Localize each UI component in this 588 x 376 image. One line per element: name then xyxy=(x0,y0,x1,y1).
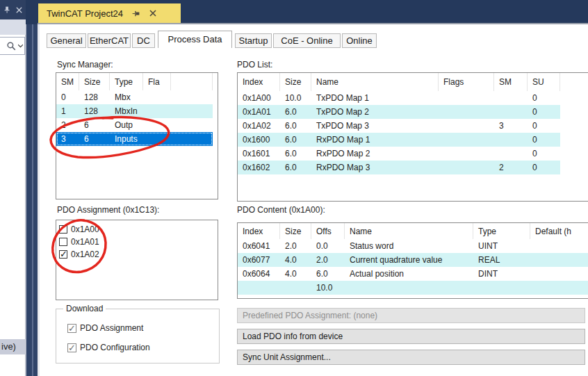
column-header-filler xyxy=(560,73,588,91)
column-header-flags[interactable]: Flags xyxy=(439,73,494,91)
load-pdo-info-button[interactable]: Load PDO info from device xyxy=(237,329,585,344)
tab-coe-online[interactable]: CoE - Online xyxy=(273,33,341,48)
pdo-content-header: Index Size Offs Name Type Default (h xyxy=(238,223,588,239)
column-header-offs[interactable]: Offs xyxy=(311,223,345,239)
pdo-list-label: PDO List: xyxy=(237,60,272,70)
column-header-sm[interactable]: SM xyxy=(494,73,528,91)
table-row[interactable]: 1 128 MbxIn xyxy=(56,104,213,118)
cell-sm: 3 xyxy=(494,121,528,131)
tab-general[interactable]: General xyxy=(47,33,86,48)
checkbox-0x1a01[interactable] xyxy=(59,238,67,246)
pin-icon[interactable] xyxy=(131,9,140,18)
column-header-sm[interactable]: SM xyxy=(56,73,79,90)
cell-index: 0x6041 xyxy=(238,241,280,251)
cell-su: 0 xyxy=(528,107,560,117)
checkbox-label: 0x1A00 xyxy=(71,224,99,234)
pdo-content-label: PDO Content (0x1A00): xyxy=(237,205,325,215)
column-header-name[interactable]: Name xyxy=(345,223,473,239)
table-row[interactable]: 0x1A02 6.0 TxPDO Map 3 3 0 xyxy=(238,119,560,133)
cell-size: 6 xyxy=(79,120,110,130)
table-row[interactable]: 0x6064 4.0 6.0 Actual position DINT xyxy=(238,267,588,281)
checkbox-0x1a00[interactable] xyxy=(59,225,67,234)
close-icon[interactable] xyxy=(149,9,157,17)
tab-startup[interactable]: Startup xyxy=(235,33,272,48)
column-header-size[interactable]: Size xyxy=(280,73,311,91)
tree-item-selected[interactable]: ive) xyxy=(0,339,26,354)
column-header-default[interactable]: Default (h xyxy=(530,223,588,239)
pdo-assignment-listbox: 0x1A00 0x1A01 0x1A02 xyxy=(56,220,218,300)
cell-size: 128 xyxy=(79,106,110,116)
cell-index: 0x1601 xyxy=(238,149,280,158)
cell-type: MbxIn xyxy=(110,106,143,116)
table-row[interactable]: 0x1A00 10.0 TxPDO Map 1 0 xyxy=(238,91,560,105)
cell-offs: 2.0 xyxy=(311,255,345,265)
tab-process-data[interactable]: Process Data xyxy=(158,31,232,48)
cell-type: Inputs xyxy=(110,134,143,144)
pdo-list-table: Index Size Name Flags SM SU 0x1A00 10.0 … xyxy=(237,72,588,202)
tab-ethercat[interactable]: EtherCAT xyxy=(88,33,131,48)
cell-size: 4.0 xyxy=(280,269,311,279)
checkbox-0x1a02[interactable] xyxy=(59,250,67,259)
table-row[interactable]: 0x6077 4.0 2.0 Current quadrature value … xyxy=(238,253,588,267)
sync-manager-table: SM Size Type Fla 0 128 Mbx 1 128 MbxIn 2… xyxy=(56,72,218,199)
download-item[interactable]: PDO Configuration xyxy=(67,341,150,354)
close-icon[interactable] xyxy=(15,6,23,14)
pdo-assignment-item[interactable]: 0x1A00 xyxy=(56,223,218,236)
table-row[interactable]: 2 6 Outp xyxy=(56,118,213,132)
download-item[interactable]: PDO Assignment xyxy=(67,322,143,334)
download-group-label: Download xyxy=(63,304,106,313)
column-header-index[interactable]: Index xyxy=(238,223,280,239)
column-header-name[interactable]: Name xyxy=(311,73,439,91)
cell-size: 6.0 xyxy=(280,135,311,145)
checkbox-label: 0x1A01 xyxy=(71,237,99,247)
pin-icon[interactable] xyxy=(3,6,11,15)
column-header-size[interactable]: Size xyxy=(79,73,110,90)
cell-size: 2.0 xyxy=(280,241,311,251)
table-row[interactable]: 0 128 Mbx xyxy=(56,90,213,104)
panel-splitter[interactable] xyxy=(26,0,38,376)
checkbox-label: PDO Assignment xyxy=(80,323,143,333)
sync-manager-label: Sync Manager: xyxy=(57,60,113,70)
cell-name: Current quadrature value xyxy=(345,255,473,265)
pdo-assignment-item[interactable]: 0x1A01 xyxy=(56,236,218,248)
cell-index: 0x1A02 xyxy=(238,121,280,131)
tab-dc[interactable]: DC xyxy=(132,33,155,48)
table-row[interactable]: 0x1601 6.0 RxPDO Map 2 0 xyxy=(238,147,560,161)
search-input[interactable] xyxy=(0,37,25,55)
cell-sm: 1 xyxy=(56,106,79,116)
twincat-window: TwinCAT Project24 ive) General EtherCAT … xyxy=(0,0,588,376)
cell-name: TxPDO Map 3 xyxy=(311,121,439,131)
pdo-assignment-item[interactable]: 0x1A02 xyxy=(56,248,218,261)
document-tab-title: TwinCAT Project24 xyxy=(47,8,123,19)
cell-sm: 2 xyxy=(494,163,528,172)
table-row[interactable]: 0x1A01 6.0 TxPDO Map 2 0 xyxy=(238,105,560,119)
cell-su: 0 xyxy=(528,163,560,172)
document-tab-twincat-project24[interactable]: TwinCAT Project24 xyxy=(38,3,181,23)
table-row[interactable]: 10.0 xyxy=(238,281,588,295)
table-row-selected[interactable]: 3 6 Inputs xyxy=(56,132,213,146)
table-row[interactable]: 0x6041 2.0 0.0 Status word UINT xyxy=(238,239,588,253)
tab-online[interactable]: Online xyxy=(342,33,377,48)
column-header-index[interactable]: Index xyxy=(238,73,280,91)
cell-sm: 0 xyxy=(56,92,79,102)
cell-name: RxPDO Map 3 xyxy=(311,163,439,172)
column-header-type[interactable]: Type xyxy=(110,73,143,90)
tool-window-toolbar xyxy=(0,19,26,35)
column-header-fla[interactable]: Fla xyxy=(143,73,171,90)
checkbox-pdo-assignment[interactable] xyxy=(67,324,76,333)
sync-unit-assignment-button[interactable]: Sync Unit Assignment... xyxy=(237,350,585,365)
solution-explorer-panel xyxy=(0,35,26,376)
cell-size: 6.0 xyxy=(280,121,311,131)
column-header-su[interactable]: SU xyxy=(528,73,560,91)
pdo-content-table: Index Size Offs Name Type Default (h 0x6… xyxy=(237,222,588,299)
table-row[interactable]: 0x1602 6.0 RxPDO Map 3 2 0 xyxy=(238,161,560,174)
column-header-size[interactable]: Size xyxy=(280,223,311,239)
column-header-type[interactable]: Type xyxy=(473,223,530,239)
chevron-down-icon[interactable] xyxy=(18,44,23,48)
cell-size: 10.0 xyxy=(280,93,311,103)
table-row[interactable]: 0x1600 6.0 RxPDO Map 1 0 xyxy=(238,133,560,147)
cell-index: 0x1A00 xyxy=(238,93,280,103)
column-header-blank xyxy=(171,73,213,90)
checkbox-pdo-configuration[interactable] xyxy=(67,343,76,352)
cell-size: 6.0 xyxy=(280,107,311,117)
